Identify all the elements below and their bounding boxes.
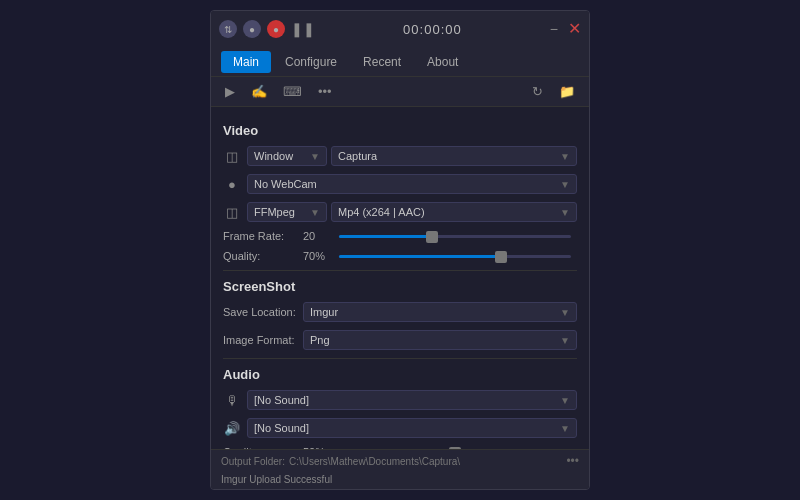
title-bar: ⇅ ● ● ❚❚ 00:00:00 − ✕ (211, 11, 589, 47)
mic-arrow: ▼ (560, 395, 570, 406)
mic-value: [No Sound] (254, 394, 309, 406)
framerate-value: 20 (303, 230, 333, 242)
record-icon[interactable]: ● (267, 20, 285, 38)
image-format-value: Png (310, 334, 330, 346)
camera-icon[interactable]: ● (243, 20, 261, 38)
video-quality-label: Quality: (223, 250, 303, 262)
encoder-row: ◫ FFMpeg ▼ Mp4 (x264 | AAC) ▼ (223, 202, 577, 222)
image-format-label: Image Format: (223, 334, 303, 346)
footer: Output Folder: C:\Users\Mathew\Documents… (211, 449, 589, 472)
status-bar: Imgur Upload Successful (211, 472, 589, 489)
footer-folder-row: Output Folder: C:\Users\Mathew\Documents… (221, 454, 579, 468)
keyboard-tool-button[interactable]: ⌨ (279, 82, 306, 101)
source-value-label: Captura (338, 150, 377, 162)
tab-configure[interactable]: Configure (273, 51, 349, 73)
timer-display: 00:00:00 (315, 22, 550, 37)
screenshot-section-title: ScreenShot (223, 279, 577, 294)
video-source-group: Window ▼ Captura ▼ (247, 146, 577, 166)
app-window: ⇅ ● ● ❚❚ 00:00:00 − ✕ Main Configure Rec… (210, 10, 590, 490)
tab-recent[interactable]: Recent (351, 51, 413, 73)
format-select[interactable]: Mp4 (x264 | AAC) ▼ (331, 202, 577, 222)
more-tools-button[interactable]: ••• (314, 82, 336, 101)
image-format-arrow: ▼ (560, 335, 570, 346)
refresh-button[interactable]: ↻ (528, 82, 547, 101)
monitor-icon: ◫ (223, 149, 241, 164)
video-quality-slider-fill (339, 255, 501, 258)
framerate-row: Frame Rate: 20 (223, 230, 577, 242)
title-bar-icons: ⇅ ● ● ❚❚ (219, 20, 315, 38)
save-location-label: Save Location: (223, 306, 303, 318)
hand-tool-button[interactable]: ✍ (247, 82, 271, 101)
main-content: Video ◫ Window ▼ Captura ▼ ● No WebCam ▼ (211, 107, 589, 449)
mic-select[interactable]: [No Sound] ▼ (247, 390, 577, 410)
image-format-select[interactable]: Png ▼ (303, 330, 577, 350)
cursor-tool-button[interactable]: ▶ (221, 82, 239, 101)
output-folder-label: Output Folder: (221, 456, 285, 467)
speaker-value: [No Sound] (254, 422, 309, 434)
source-type-select[interactable]: Window ▼ (247, 146, 327, 166)
encoder-arrow: ▼ (310, 207, 320, 218)
divider-2 (223, 358, 577, 359)
toolbar: ▶ ✍ ⌨ ••• ↻ 📁 (211, 77, 589, 107)
mic-icon: 🎙 (223, 393, 241, 408)
speaker-select[interactable]: [No Sound] ▼ (247, 418, 577, 438)
framerate-label: Frame Rate: (223, 230, 303, 242)
folder-button[interactable]: 📁 (555, 82, 579, 101)
arrow-icon[interactable]: ⇅ (219, 20, 237, 38)
audio-quality-slider-thumb[interactable] (449, 447, 461, 450)
source-value-select[interactable]: Captura ▼ (331, 146, 577, 166)
pause-icon[interactable]: ❚❚ (291, 21, 315, 37)
save-location-select[interactable]: Imgur ▼ (303, 302, 577, 322)
encoder-select[interactable]: FFMpeg ▼ (247, 202, 327, 222)
source-type-value: Window (254, 150, 293, 162)
webcam-value: No WebCam (254, 178, 317, 190)
toolbar-left: ▶ ✍ ⌨ ••• (221, 82, 336, 101)
speaker-icon: 🔊 (223, 421, 241, 436)
video-section-title: Video (223, 123, 577, 138)
encoder-value: FFMpeg (254, 206, 295, 218)
divider-1 (223, 270, 577, 271)
video-quality-row: Quality: 70% (223, 250, 577, 262)
footer-more-button[interactable]: ••• (566, 454, 579, 468)
speaker-arrow: ▼ (560, 423, 570, 434)
framerate-slider-thumb[interactable] (426, 231, 438, 243)
window-controls: − ✕ (550, 21, 581, 37)
video-quality-value: 70% (303, 250, 333, 262)
framerate-slider-fill (339, 235, 432, 238)
video-source-row: ◫ Window ▼ Captura ▼ (223, 146, 577, 166)
tab-main[interactable]: Main (221, 51, 271, 73)
webcam-icon: ● (223, 177, 241, 192)
encoder-group: FFMpeg ▼ Mp4 (x264 | AAC) ▼ (247, 202, 577, 222)
mic-row: 🎙 [No Sound] ▼ (223, 390, 577, 410)
minimize-button[interactable]: − (550, 22, 558, 36)
speaker-row: 🔊 [No Sound] ▼ (223, 418, 577, 438)
encoder-icon: ◫ (223, 205, 241, 220)
webcam-row: ● No WebCam ▼ (223, 174, 577, 194)
tab-about[interactable]: About (415, 51, 470, 73)
framerate-slider-track[interactable] (339, 235, 571, 238)
source-value-arrow: ▼ (560, 151, 570, 162)
audio-section-title: Audio (223, 367, 577, 382)
status-text: Imgur Upload Successful (221, 474, 332, 485)
save-location-value: Imgur (310, 306, 338, 318)
tab-bar: Main Configure Recent About (211, 47, 589, 77)
video-quality-slider-track[interactable] (339, 255, 571, 258)
toolbar-right: ↻ 📁 (528, 82, 579, 101)
close-button[interactable]: ✕ (568, 21, 581, 37)
save-location-arrow: ▼ (560, 307, 570, 318)
format-arrow: ▼ (560, 207, 570, 218)
webcam-select[interactable]: No WebCam ▼ (247, 174, 577, 194)
webcam-arrow: ▼ (560, 179, 570, 190)
save-location-row: Save Location: Imgur ▼ (223, 302, 577, 322)
video-quality-slider-thumb[interactable] (495, 251, 507, 263)
image-format-row: Image Format: Png ▼ (223, 330, 577, 350)
format-value: Mp4 (x264 | AAC) (338, 206, 425, 218)
output-folder-path: C:\Users\Mathew\Documents\Captura\ (289, 456, 566, 467)
source-type-arrow: ▼ (310, 151, 320, 162)
